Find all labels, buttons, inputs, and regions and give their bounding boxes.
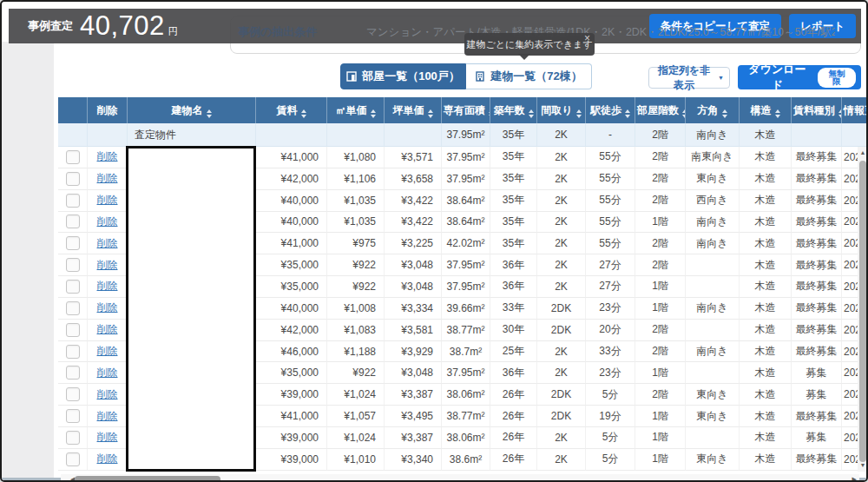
delete-link[interactable]: 削除: [91, 300, 123, 315]
delete-link[interactable]: 削除: [91, 279, 123, 294]
tooltip-close-icon[interactable]: ×: [584, 32, 590, 44]
cell-sqm_price: ¥975: [327, 233, 385, 254]
column-header-age[interactable]: 築年数: [490, 97, 537, 123]
conditions-summary: マンション・アパート/木造・軽量鉄骨造/1DK・2K・2DK・2LDK/25.0…: [366, 25, 835, 40]
cell-area: 38.64m²: [442, 212, 490, 234]
delete-link[interactable]: 削除: [91, 430, 123, 445]
vertical-scrollbar[interactable]: ▲ ▼: [858, 147, 868, 472]
column-header-tsubo_price[interactable]: 坪単価: [385, 97, 442, 123]
horizontal-scrollbar-thumb[interactable]: [75, 476, 220, 482]
cell-direction: 東向き: [686, 168, 740, 190]
cell-layout: 2K: [537, 276, 586, 298]
cell-direction: 東向き: [686, 384, 740, 406]
cell-tsubo_price: ¥3,929: [385, 341, 442, 363]
subject-cell-rent: [256, 123, 327, 147]
cell-check: [58, 254, 88, 276]
column-header-floor[interactable]: 部屋階数: [635, 97, 686, 123]
delete-link[interactable]: 削除: [91, 236, 123, 251]
row-checkbox[interactable]: [66, 366, 80, 380]
column-header-rent[interactable]: 賃料: [256, 97, 327, 123]
delete-link[interactable]: 削除: [91, 322, 123, 337]
cell-layout: 2K: [537, 427, 586, 449]
scroll-down-icon[interactable]: ▼: [858, 459, 868, 472]
row-checkbox[interactable]: [66, 280, 80, 294]
cell-direction: 東向き: [686, 406, 740, 427]
cell-walk: 55分: [586, 168, 635, 190]
cell-tsubo_price: ¥3,495: [385, 406, 442, 427]
row-checkbox[interactable]: [66, 215, 80, 228]
scroll-right-icon[interactable]: ▶: [852, 474, 857, 482]
row-checkbox[interactable]: [66, 150, 80, 164]
cell-direction: [686, 320, 740, 341]
row-checkbox[interactable]: [66, 172, 80, 186]
download-label: ダウンロード: [743, 62, 812, 93]
cell-floor: 1階: [635, 212, 686, 234]
row-checkbox[interactable]: [66, 258, 80, 272]
row-checkbox[interactable]: [66, 323, 80, 337]
cell-check: [58, 341, 88, 363]
delete-link[interactable]: 削除: [91, 387, 123, 402]
column-header-name[interactable]: 建物名: [128, 97, 256, 123]
cell-check: [58, 212, 88, 234]
row-checkbox[interactable]: [66, 194, 80, 208]
row-checkbox[interactable]: [66, 452, 80, 466]
column-header-sqm_price[interactable]: ㎡単価: [327, 97, 385, 123]
subject-cell-sqm_price: [327, 123, 385, 147]
cell-area: 38.77m²: [442, 320, 490, 341]
cell-walk: 55分: [586, 147, 635, 168]
delete-link[interactable]: 削除: [91, 452, 123, 466]
horizontal-scrollbar[interactable]: ◀ ▶: [61, 474, 859, 482]
row-checkbox[interactable]: [66, 409, 80, 423]
delete-link[interactable]: 削除: [91, 258, 123, 273]
cell-walk: 27分: [586, 276, 635, 298]
vertical-scrollbar-thumb[interactable]: [859, 161, 866, 462]
delete-link[interactable]: 削除: [91, 366, 123, 380]
cell-direction: 南東向き: [686, 147, 740, 168]
delete-link[interactable]: 削除: [91, 171, 123, 186]
scroll-left-icon[interactable]: ◀: [63, 474, 75, 482]
hide-columns-button[interactable]: 指定列を非表示 ▼: [648, 67, 730, 89]
cell-area: 39.66m²: [442, 298, 490, 320]
cell-check: [58, 298, 88, 320]
cell-check: [58, 362, 88, 384]
column-header-structure[interactable]: 構造: [740, 97, 792, 123]
column-header-area[interactable]: 専有面積: [442, 97, 490, 123]
cell-direction: 南向き: [686, 212, 740, 234]
delete-link[interactable]: 削除: [91, 409, 123, 424]
cell-delete: 削除: [88, 254, 128, 276]
cell-layout: 2K: [537, 212, 586, 234]
cell-area: 38.6m²: [442, 449, 490, 471]
scroll-up-icon[interactable]: ▲: [858, 147, 868, 159]
cell-floor: 1階: [635, 362, 686, 384]
building-name-redaction-box: [126, 146, 256, 472]
tab-building-list[interactable]: 建物一覧（72棟）: [466, 63, 592, 89]
cell-delete: 削除: [88, 362, 128, 384]
delete-link[interactable]: 削除: [91, 149, 123, 164]
cell-tsubo_price: ¥3,387: [385, 384, 442, 406]
cell-listing: 最終募集: [792, 406, 842, 427]
row-checkbox[interactable]: [66, 236, 80, 250]
cell-area: 37.95m²: [442, 168, 490, 190]
download-button[interactable]: ダウンロード 無制限: [738, 65, 861, 89]
cell-sqm_price: ¥922: [327, 276, 385, 298]
delete-link[interactable]: 削除: [91, 193, 123, 208]
delete-link[interactable]: 削除: [91, 344, 123, 359]
row-checkbox[interactable]: [66, 345, 80, 359]
column-header-layout[interactable]: 間取り: [537, 97, 586, 123]
column-header-walk[interactable]: 駅徒歩: [586, 97, 635, 123]
column-header-direction[interactable]: 方角: [686, 97, 740, 123]
cell-tsubo_price: ¥3,225: [385, 233, 442, 254]
column-header-listing[interactable]: 賃料種別: [792, 97, 842, 123]
tab-room-list[interactable]: 部屋一覧（100戸）: [340, 63, 466, 89]
delete-link[interactable]: 削除: [91, 215, 123, 229]
row-checkbox[interactable]: [66, 301, 80, 315]
tab-building-label: 建物一覧（72棟）: [490, 69, 582, 84]
cell-walk: 5分: [586, 384, 635, 406]
row-checkbox[interactable]: [66, 387, 80, 401]
cell-age: 35年: [490, 212, 537, 234]
cell-structure: 木造: [740, 190, 792, 212]
subject-cell-direction: 南向き: [686, 123, 740, 147]
cell-listing: 最終募集: [792, 233, 842, 254]
cell-listing: 最終募集: [792, 190, 842, 212]
row-checkbox[interactable]: [66, 431, 80, 445]
